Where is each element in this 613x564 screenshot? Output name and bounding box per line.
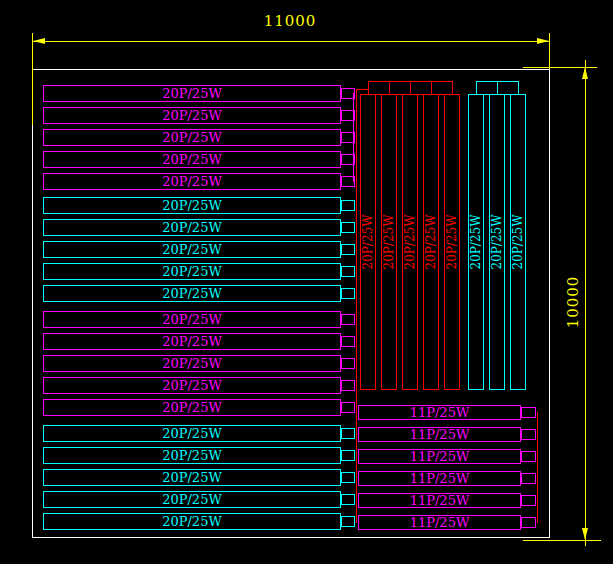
bar-label: 20P/25W	[162, 174, 222, 189]
connector-tab	[341, 516, 355, 527]
bar-label: 20P/25W	[162, 312, 222, 327]
connector-tab	[341, 402, 355, 413]
dim-arrow-down-icon	[582, 528, 588, 540]
bar-11p-25w: 11P/25W	[358, 405, 521, 420]
connector-tab	[341, 314, 355, 325]
bar-label: 20P/25W	[162, 426, 222, 441]
column-header	[410, 81, 432, 95]
bar-20p-25w: 20P/25W	[43, 107, 341, 124]
column-20p-25w: 20P/25W	[510, 94, 526, 390]
column-label: 20P/25W	[424, 215, 438, 270]
bar-20p-25w: 20P/25W	[43, 333, 341, 350]
bar-20p-25w: 20P/25W	[43, 377, 341, 394]
bar-group-11p: 11P/25W 11P/25W 11P/25W 11P/25W 11P/25W …	[358, 405, 521, 530]
bar-label: 20P/25W	[162, 220, 222, 235]
connector-tab	[341, 266, 355, 277]
connector-tab	[341, 244, 355, 255]
dimension-right-ext-bottom	[523, 540, 601, 541]
column-20p-25w: 20P/25W	[381, 94, 397, 390]
bar-group-1: 20P/25W 20P/25W 20P/25W 20P/25W 20P/25W	[43, 85, 341, 190]
bar-20p-25w: 20P/25W	[43, 85, 341, 102]
bar-20p-25w: 20P/25W	[43, 399, 341, 416]
bar-group-3: 20P/25W 20P/25W 20P/25W 20P/25W 20P/25W	[43, 311, 341, 416]
bar-20p-25w: 20P/25W	[43, 151, 341, 168]
connector-tab	[521, 473, 536, 484]
bar-label: 20P/25W	[162, 86, 222, 101]
bar-label: 20P/25W	[162, 514, 222, 529]
dim-arrow-left-icon	[33, 38, 45, 44]
column-header	[431, 81, 453, 95]
bar-label: 20P/25W	[162, 400, 222, 415]
bar-20p-25w: 20P/25W	[43, 469, 341, 486]
bar-20p-25w: 20P/25W	[43, 425, 341, 442]
bar-label: 11P/25W	[410, 472, 470, 485]
connector-tab	[521, 407, 536, 418]
bar-label: 20P/25W	[162, 492, 222, 507]
column-label: 20P/25W	[445, 215, 459, 270]
bar-20p-25w: 20P/25W	[43, 355, 341, 372]
bar-20p-25w: 20P/25W	[43, 241, 341, 258]
dimension-top-ext-right	[549, 33, 550, 69]
bar-label: 11P/25W	[410, 494, 470, 507]
bar-20p-25w: 20P/25W	[43, 219, 341, 236]
column-label: 20P/25W	[511, 215, 525, 270]
connector-tab	[341, 450, 355, 461]
bar-20p-25w: 20P/25W	[43, 285, 341, 302]
column-label: 20P/25W	[382, 215, 396, 270]
bar-label: 11P/25W	[410, 428, 470, 441]
bar-11p-25w: 11P/25W	[358, 449, 521, 464]
bar-group-2: 20P/25W 20P/25W 20P/25W 20P/25W 20P/25W	[43, 197, 341, 302]
bar-label: 11P/25W	[410, 406, 470, 419]
bar-20p-25w: 20P/25W	[43, 513, 341, 530]
dim-arrow-up-icon	[582, 67, 588, 79]
bar-label: 20P/25W	[162, 378, 222, 393]
bar-11p-25w: 11P/25W	[358, 515, 521, 530]
bar-20p-25w: 20P/25W	[43, 173, 341, 190]
bar-label: 20P/25W	[162, 198, 222, 213]
bar-label: 20P/25W	[162, 242, 222, 257]
bar-20p-25w: 20P/25W	[43, 447, 341, 464]
bar-11p-25w: 11P/25W	[358, 471, 521, 486]
column-20p-25w: 20P/25W	[444, 94, 460, 390]
connector-tab	[341, 222, 355, 233]
bar-20p-25w: 20P/25W	[43, 491, 341, 508]
column-20p-25w: 20P/25W	[360, 94, 376, 390]
dimension-top-ext-left	[32, 33, 33, 125]
column-label: 20P/25W	[490, 215, 504, 270]
connector-tab	[521, 429, 536, 440]
bar-label: 20P/25W	[162, 130, 222, 145]
connector-tab	[521, 517, 536, 528]
bar-label: 20P/25W	[162, 334, 222, 349]
dimension-top-label: 11000	[250, 12, 330, 30]
connector-tab	[341, 380, 355, 391]
dim-arrow-right-icon	[537, 38, 549, 44]
bar-20p-25w: 20P/25W	[43, 129, 341, 146]
connector-tab	[341, 472, 355, 483]
bar-label: 20P/25W	[162, 152, 222, 167]
connector-tab	[341, 428, 355, 439]
bar-20p-25w: 20P/25W	[43, 263, 341, 280]
column-20p-25w: 20P/25W	[489, 94, 505, 390]
connector-tab	[341, 336, 355, 347]
bar-20p-25w: 20P/25W	[43, 197, 341, 214]
dimension-right-line	[585, 60, 586, 546]
bar-11p-25w: 11P/25W	[358, 427, 521, 442]
bar-label: 20P/25W	[162, 286, 222, 301]
bar-label: 11P/25W	[410, 450, 470, 463]
connector-tab	[521, 451, 536, 462]
column-label: 20P/25W	[361, 215, 375, 270]
connector-tab	[341, 494, 355, 505]
cad-canvas: 11000 10000 20P/25W 20P/25W 20P/25W 20P/…	[0, 0, 613, 564]
bar-label: 11P/25W	[410, 516, 470, 529]
connector-tab	[341, 200, 355, 211]
bar-label: 20P/25W	[162, 448, 222, 463]
column-label: 20P/25W	[403, 215, 417, 270]
bar-label: 20P/25W	[162, 356, 222, 371]
column-20p-25w: 20P/25W	[423, 94, 439, 390]
bar-label: 20P/25W	[162, 470, 222, 485]
column-20p-25w: 20P/25W	[468, 94, 484, 390]
bar-group-4: 20P/25W 20P/25W 20P/25W 20P/25W 20P/25W	[43, 425, 341, 530]
dimension-right-label: 10000	[543, 272, 603, 332]
connector-tab	[341, 288, 355, 299]
bar-11p-25w: 11P/25W	[358, 493, 521, 508]
